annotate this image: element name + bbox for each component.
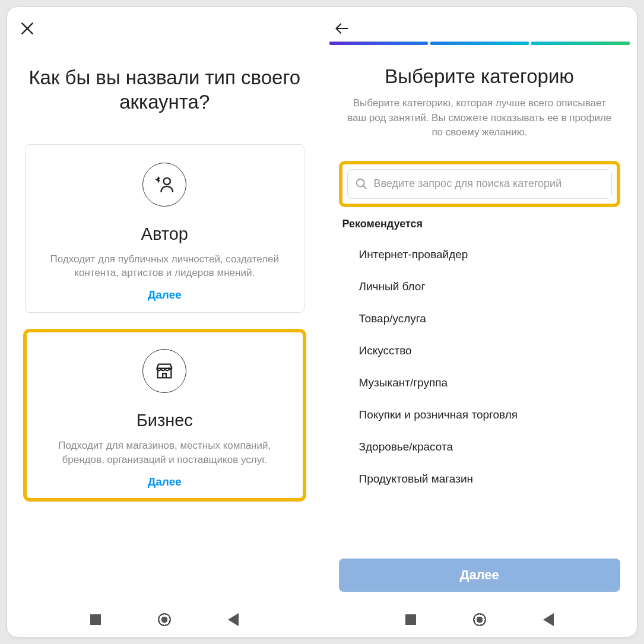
composite-screenshot: Как бы вы назвали тип своего аккаунта? А… (7, 7, 637, 637)
list-fade (322, 531, 637, 555)
card-desc: Подходит для публичных личностей, создат… (39, 252, 291, 281)
next-button-label: Далее (460, 567, 499, 583)
progress-seg-1 (329, 42, 428, 45)
svg-point-1 (356, 179, 364, 187)
close-icon[interactable] (19, 20, 36, 39)
account-type-card-business[interactable]: Бизнес Подходит для магазинов, местных к… (25, 331, 304, 500)
progress-bar (329, 42, 630, 45)
search-placeholder: Введите запрос для поиска категорий (374, 177, 562, 190)
next-link[interactable]: Далее (39, 288, 291, 302)
category-list[interactable]: Интернет-провайдер Личный блог Товар/усл… (322, 239, 637, 555)
next-button-wrap: Далее (322, 555, 637, 602)
svg-point-0 (164, 177, 170, 184)
android-nav-bar (7, 602, 322, 637)
category-select-screen: Выберите категорию Выберите категорию, к… (322, 7, 637, 637)
page-title: Выберите категорию (334, 65, 626, 88)
shop-icon (142, 349, 186, 393)
home-icon[interactable] (158, 613, 171, 626)
top-bar (7, 18, 322, 42)
category-item[interactable]: Интернет-провайдер (333, 239, 627, 271)
search-icon (355, 177, 368, 191)
category-item[interactable]: Здоровье/красота (333, 431, 627, 463)
back-nav-icon[interactable] (228, 613, 239, 626)
card-title: Бизнес (39, 411, 291, 430)
account-type-screen: Как бы вы назвали тип своего аккаунта? А… (7, 7, 322, 637)
category-item[interactable]: Покупки и розничная торговля (333, 399, 627, 431)
next-button[interactable]: Далее (339, 559, 621, 592)
recent-apps-icon[interactable] (90, 614, 101, 625)
card-title: Автор (39, 224, 291, 244)
search-highlight: Введите запрос для поиска категорий (339, 161, 621, 207)
recommend-label: Рекомендуется (342, 218, 617, 230)
back-icon[interactable] (334, 20, 351, 39)
android-nav-bar (322, 602, 637, 637)
category-item[interactable]: Музыкант/группа (333, 367, 627, 399)
account-type-card-author[interactable]: Автор Подходит для публичных личностей, … (25, 144, 304, 313)
recent-apps-icon[interactable] (405, 614, 416, 625)
category-item[interactable]: Личный блог (333, 271, 627, 303)
category-item[interactable]: Товар/услуга (333, 303, 627, 335)
next-link[interactable]: Далее (39, 475, 291, 488)
top-bar (322, 18, 637, 42)
account-type-cards: Автор Подходит для публичных личностей, … (7, 144, 322, 518)
page-subtitle: Выберите категорию, которая лучше всего … (346, 96, 614, 140)
card-desc: Подходит для магазинов, местных компаний… (39, 439, 291, 467)
back-nav-icon[interactable] (543, 613, 554, 626)
category-item[interactable]: Искусство (333, 335, 627, 367)
search-input[interactable]: Введите запрос для поиска категорий (347, 169, 613, 199)
home-icon[interactable] (473, 613, 486, 626)
progress-seg-3 (531, 42, 630, 45)
category-item[interactable]: Продуктовый магазин (333, 463, 627, 495)
author-icon (142, 163, 186, 207)
progress-seg-2 (430, 42, 529, 45)
page-title: Как бы вы назвали тип своего аккаунта? (28, 65, 301, 115)
